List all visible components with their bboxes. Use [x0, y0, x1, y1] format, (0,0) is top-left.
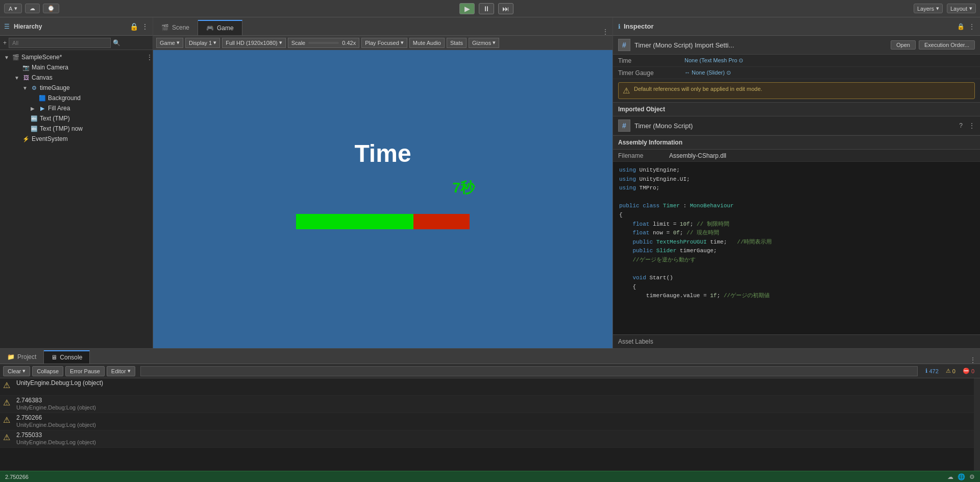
console-scrollbar[interactable] [974, 378, 980, 471]
history-button[interactable]: ⌚ [43, 4, 59, 13]
code-line-6: { [619, 211, 974, 220]
top-toolbar: A ▾ ☁ ⌚ ▶ ⏸ ⏭ Layers ▾ Layout ▾ [0, 0, 980, 17]
tab-console[interactable]: 🖥 Console [44, 350, 90, 364]
more-icon[interactable]: ⋮ [141, 22, 149, 31]
code-line-15: timerGauge.value = 1f; //ゲージの初期値 [619, 292, 974, 301]
scale-control[interactable]: Scale 0.42x [288, 38, 359, 48]
plus-icon[interactable]: + [3, 39, 7, 46]
tree-item-timegauge[interactable]: ▼ ⚙ timeGauge [0, 83, 153, 93]
clear-dropdown[interactable]: Clear ▾ [3, 366, 30, 376]
hierarchy-search-input[interactable] [9, 38, 111, 48]
game-display-dropdown[interactable]: Game ▾ [156, 38, 183, 48]
warning-text: Default references will only be applied … [634, 86, 762, 92]
pause-button[interactable]: ⏸ [479, 3, 494, 14]
mute-audio-button[interactable]: Mute Audio [409, 38, 445, 48]
game-content: Time 7秒 [153, 50, 612, 348]
hierarchy-header: ☰ Hierarchy 🔒 ⋮ [0, 17, 153, 36]
history-icon: ⌚ [47, 5, 55, 12]
project-tab-label: Project [17, 353, 36, 360]
exec-order-button[interactable]: Execution Order... [919, 40, 975, 50]
tab-game[interactable]: 🎮 Game [198, 20, 242, 35]
inspector-body: # Timer (Mono Script) Import Setti... Op… [613, 36, 980, 348]
code-line-7: float limit = 10f; // 制限時間 [619, 220, 974, 229]
console-entry-1[interactable]: ⚠ 2.746383 UnityEngine.Debug:Log (object… [0, 396, 980, 413]
entry-text-3: 2.755033 UnityEngine.Debug:Log (object) [16, 431, 96, 445]
chevron-down-icon: ▾ [969, 5, 972, 12]
toolbar-center: ▶ ⏸ ⏭ [62, 3, 911, 14]
more-icon[interactable]: ⋮ [969, 122, 975, 129]
lock-icon[interactable]: 🔒 [957, 23, 965, 30]
tree-item-eventsystem[interactable]: ▷ ⚡ EventSystem [0, 134, 153, 144]
gizmos-button[interactable]: Gizmos ▾ [469, 38, 499, 48]
play-button[interactable]: ▶ [459, 3, 475, 14]
clear-label: Clear [8, 368, 21, 374]
status-bar: 2.750266 ☁ 🌐 ⚙ [0, 471, 980, 482]
imported-obj-name: Timer (Mono Script) [634, 122, 955, 130]
question-icon[interactable]: ? [959, 122, 963, 129]
status-value: 2.750266 [5, 474, 29, 480]
display1-label: Display 1 [189, 40, 212, 46]
entry-value-3: 2.755033 [16, 431, 96, 439]
tree-item-background[interactable]: ▷ 🟦 Background [0, 93, 153, 103]
field-row-timergauge: Timer Gauge ↔ None (Slider) ⊙ [613, 67, 980, 79]
imported-object-section-title: Imported Object [613, 102, 980, 116]
tree-item-fillarea[interactable]: ▶ ▶ Fill Area [0, 103, 153, 113]
time-field-value[interactable]: None (Text Mesh Pro ⊙ [684, 57, 743, 64]
imported-obj-icon: # [618, 119, 630, 132]
badge-info: ℹ 472 [923, 367, 941, 375]
play-focused-dropdown[interactable]: Play Focused ▾ [361, 38, 407, 48]
tab-project[interactable]: 📁 Project [0, 350, 44, 364]
code-line-10: public Slider timerGauge; [619, 247, 974, 256]
settings-icon[interactable]: ⚙ [969, 473, 975, 480]
console-search-input[interactable] [140, 366, 918, 376]
network-icon[interactable]: 🌐 [958, 473, 965, 480]
field-label-time: Time [618, 57, 684, 64]
game-label: Game [160, 40, 175, 46]
warn-icon: ⚠ [3, 432, 13, 442]
stats-button[interactable]: Stats [447, 38, 467, 48]
error-pause-button[interactable]: Error Pause [65, 366, 105, 376]
display1-dropdown[interactable]: Display 1 ▾ [185, 38, 220, 48]
more-icon[interactable]: ⋮ [146, 54, 153, 61]
tree-arrow: ▼ [22, 85, 29, 91]
collapse-button[interactable]: Collapse [32, 366, 63, 376]
editor-label: Editor [111, 368, 126, 374]
tree-item-canvas[interactable]: ▼ 🖼 Canvas [0, 73, 153, 83]
stats-label: Stats [450, 40, 463, 46]
tree-item-text-tmp-now[interactable]: ▷ 🔤 Text (TMP) now [0, 124, 153, 134]
timergauge-field-value[interactable]: ↔ None (Slider) ⊙ [684, 69, 731, 76]
progress-bar-green [296, 214, 413, 229]
layers-dropdown[interactable]: Layers ▾ [914, 4, 943, 13]
resolution-dropdown[interactable]: Full HD (1920x1080) ▾ [222, 38, 286, 48]
tree-arrow: ▶ [31, 106, 37, 111]
scene-tab-label: Scene [172, 24, 189, 31]
tree-item-text-tmp[interactable]: ▷ 🔤 Text (TMP) [0, 113, 153, 124]
tree-item-maincamera[interactable]: ▷ 📷 Main Camera [0, 62, 153, 73]
console-entry-3[interactable]: ⚠ 2.755033 UnityEngine.Debug:Log (object… [0, 430, 980, 448]
editor-dropdown[interactable]: Editor ▾ [107, 366, 135, 376]
lock-icon[interactable]: 🔒 [130, 22, 138, 31]
scale-slider[interactable] [308, 42, 339, 44]
more-icon[interactable]: ⋮ [969, 23, 975, 30]
more-icon[interactable]: ⋮ [970, 356, 976, 364]
cloud-button[interactable]: ☁ [25, 4, 40, 13]
step-button[interactable]: ⏭ [498, 3, 513, 14]
field-value-timergauge: ↔ None (Slider) ⊙ [684, 69, 975, 76]
tab-scene[interactable]: 🎬 Scene [153, 20, 198, 35]
tree-label-text-tmp: Text (TMP) [40, 115, 70, 122]
assembly-label: Assembly Information [618, 139, 682, 146]
cloud-status-icon[interactable]: ☁ [947, 473, 953, 480]
code-line-12 [619, 265, 974, 274]
more-icon[interactable]: ⋮ [602, 28, 608, 35]
layout-dropdown[interactable]: Layout ▾ [947, 4, 976, 13]
console-entry-2[interactable]: ⚠ 2.750266 UnityEngine.Debug:Log (object… [0, 413, 980, 430]
code-line-14: { [619, 283, 974, 292]
status-icons-right: ☁ 🌐 ⚙ [947, 473, 975, 480]
scale-label: Scale [291, 40, 306, 46]
account-button[interactable]: A ▾ [4, 4, 22, 13]
console-entry-0[interactable]: ⚠ UnityEngine.Debug:Log (object) [0, 378, 980, 396]
open-button[interactable]: Open [891, 40, 916, 50]
gameobj-icon: ⚙ [30, 84, 38, 92]
tree-item-samplescene[interactable]: ▼ 🎬 SampleScene* ⋮ [0, 52, 153, 62]
chevron-down-icon: ▾ [14, 5, 17, 12]
